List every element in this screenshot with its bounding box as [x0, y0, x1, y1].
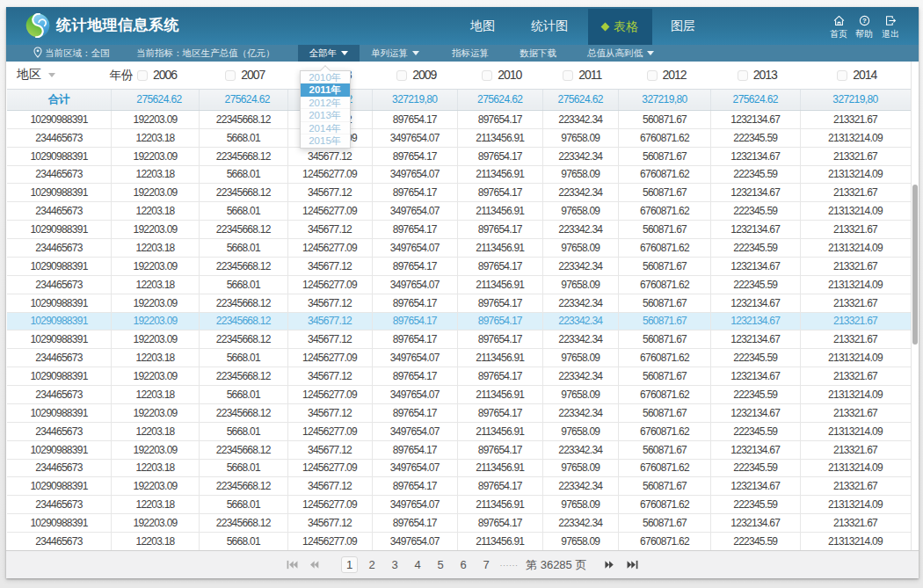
- svg-text:?: ?: [862, 17, 867, 25]
